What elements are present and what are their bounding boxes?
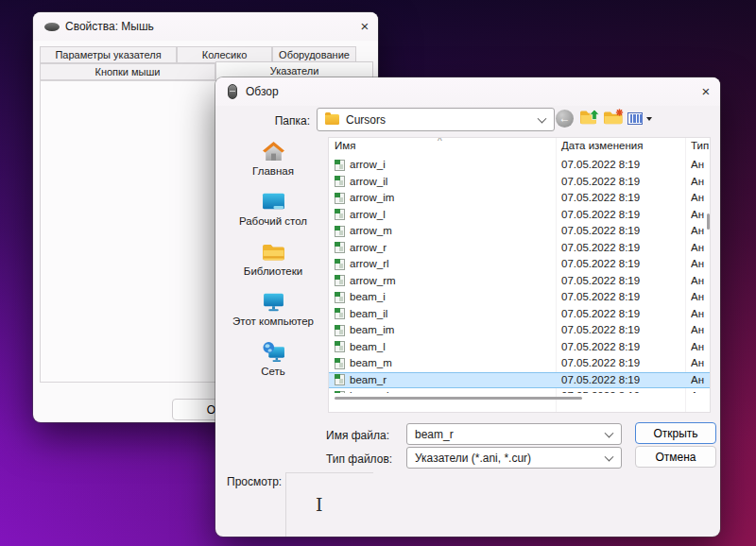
file-name: beam_im (350, 322, 394, 339)
file-date: 07.05.2022 8:19 (561, 388, 640, 393)
file-name: arrow_rl (350, 256, 389, 273)
table-row[interactable]: arrow_l 07.05.2022 8:19 Ан (329, 207, 711, 224)
table-row[interactable]: beam_il 07.05.2022 8:19 Ан (329, 306, 711, 323)
cursor-file-icon (335, 242, 345, 253)
file-type: Ан (691, 273, 711, 290)
file-type: Ан (691, 339, 711, 356)
file-date: 07.05.2022 8:19 (561, 339, 640, 356)
table-row[interactable]: beam_l 07.05.2022 8:19 Ан (329, 339, 711, 356)
this-pc-icon (221, 288, 325, 315)
sidebar-item-home[interactable]: Главная (221, 138, 325, 188)
sidebar-item-network[interactable]: Сеть (221, 338, 325, 388)
file-date: 07.05.2022 8:19 (561, 157, 640, 174)
window-title: Обзор (246, 85, 279, 98)
file-date: 07.05.2022 8:19 (561, 372, 640, 389)
tab-pointer-options[interactable]: Параметры указателя (40, 46, 177, 63)
sidebar-item-desktop[interactable]: Рабочий стол (221, 188, 325, 238)
vertical-scrollbar[interactable] (707, 213, 710, 230)
file-name: arrow_rm (350, 273, 396, 290)
table-row[interactable]: beam_r 07.05.2022 8:19 Ан (329, 372, 711, 389)
filename-combobox[interactable]: beam_r (406, 423, 622, 445)
column-header-date[interactable]: Дата изменения (561, 140, 643, 157)
cursor-file-icon (335, 391, 345, 394)
folder-icon (325, 114, 339, 125)
sidebar-item-label: Библиотеки (221, 265, 325, 277)
view-menu-button[interactable] (627, 112, 652, 125)
file-date: 07.05.2022 8:19 (561, 207, 640, 224)
browse-titlebar[interactable]: Обзор × (215, 77, 720, 106)
sidebar-item-label: Сеть (221, 366, 325, 377)
table-row[interactable]: arrow_im 07.05.2022 8:19 Ан (329, 190, 711, 207)
libraries-icon (221, 238, 325, 264)
filetype-value: Указатели (*.ani, *.cur) (415, 452, 531, 465)
file-type: Ан (691, 372, 711, 389)
close-icon[interactable]: × (354, 17, 375, 36)
table-row[interactable]: arrow_r 07.05.2022 8:19 Ан (329, 240, 711, 257)
open-button[interactable]: Открыть (635, 422, 716, 444)
chevron-down-icon (538, 113, 547, 123)
file-name: arrow_l (350, 207, 386, 224)
cursor-file-icon (335, 292, 345, 303)
horizontal-scrollbar[interactable] (335, 397, 582, 400)
new-folder-icon (603, 109, 624, 126)
table-row[interactable]: arrow_rl 07.05.2022 8:19 Ан (329, 256, 711, 273)
chevron-down-icon (646, 117, 652, 121)
file-name: beam_m (350, 355, 392, 372)
filetype-combobox[interactable]: Указатели (*.ani, *.cur) (406, 447, 622, 469)
back-button[interactable]: ← (556, 110, 574, 128)
cancel-button[interactable]: Отмена (635, 446, 716, 468)
file-type: Ан (691, 289, 711, 306)
mouse-properties-titlebar[interactable]: Свойства: Мышь × (33, 12, 378, 41)
table-row[interactable]: beam_rl 07.05.2022 8:19 Ан (329, 388, 711, 393)
sidebar-item-libraries[interactable]: Библиотеки (221, 238, 325, 288)
file-list[interactable]: ^ Имя Дата изменения Тип arrow_i 07.05.2… (328, 137, 711, 413)
view-menu-icon (627, 112, 643, 125)
up-one-level-button[interactable] (579, 109, 600, 126)
tab-buttons[interactable]: Кнопки мыши (40, 63, 215, 80)
back-icon: ← (556, 110, 574, 128)
table-row[interactable]: arrow_i 07.05.2022 8:19 Ан (329, 157, 711, 174)
sidebar-item-this-pc[interactable]: Этот компьютер (221, 288, 325, 338)
table-row[interactable]: arrow_m 07.05.2022 8:19 Ан (329, 223, 711, 240)
file-type: Ан (691, 174, 711, 191)
file-name: beam_l (350, 339, 386, 356)
file-name: arrow_r (350, 240, 387, 257)
file-name: arrow_m (350, 223, 392, 240)
file-date: 07.05.2022 8:19 (561, 355, 640, 372)
sidebar-item-label: Рабочий стол (221, 215, 325, 227)
cursor-file-icon (335, 176, 345, 187)
desktop-icon (221, 188, 325, 214)
folder-label: Папка: (253, 114, 310, 128)
table-row[interactable]: arrow_il 07.05.2022 8:19 Ан (329, 174, 711, 191)
file-name: beam_i (350, 289, 386, 306)
preview-pane: I (285, 472, 373, 537)
desktop: Свойства: Мышь × Параметры указателя Кол… (0, 0, 756, 546)
sidebar-item-label: Главная (221, 165, 325, 177)
chevron-down-icon (605, 452, 614, 461)
folder-combobox[interactable]: Cursors (317, 108, 555, 131)
file-name: arrow_i (350, 157, 386, 174)
file-name: arrow_il (350, 174, 387, 191)
column-header-name[interactable]: Имя (335, 140, 355, 157)
file-name: beam_rl (350, 388, 389, 393)
cursor-file-icon (335, 226, 345, 237)
cursor-file-icon (335, 193, 345, 204)
new-folder-button[interactable] (603, 109, 624, 126)
ibeam-cursor-icon: I (316, 496, 323, 514)
network-icon (221, 338, 325, 365)
column-header-type[interactable]: Тип (691, 140, 711, 157)
table-row[interactable]: beam_m 07.05.2022 8:19 Ан (329, 355, 711, 372)
cursor-file-icon (335, 308, 345, 319)
table-row[interactable]: arrow_rm 07.05.2022 8:19 Ан (329, 273, 711, 290)
places-bar: Главная Рабочий стол (221, 138, 325, 388)
file-type: Ан (691, 322, 711, 339)
up-one-level-icon (579, 109, 600, 126)
close-icon[interactable]: × (696, 82, 716, 101)
file-date: 07.05.2022 8:19 (561, 273, 640, 290)
table-row[interactable]: beam_im 07.05.2022 8:19 Ан (329, 322, 711, 339)
table-row[interactable]: beam_i 07.05.2022 8:19 Ан (329, 289, 711, 306)
sort-ascending-icon: ^ (438, 137, 442, 146)
file-type: Ан (691, 306, 711, 323)
file-date: 07.05.2022 8:19 (561, 223, 640, 240)
mouse-icon (228, 84, 237, 99)
